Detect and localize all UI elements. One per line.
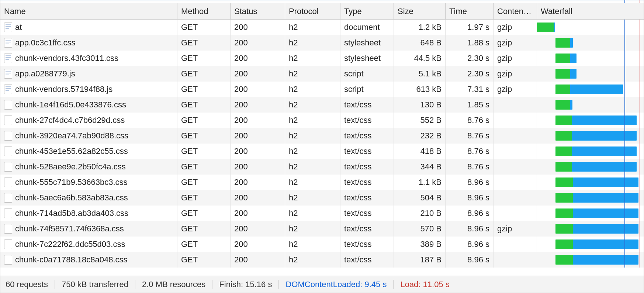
waterfall-download-segment: [572, 116, 637, 125]
cell-waterfall[interactable]: [537, 113, 644, 128]
column-header-protocol[interactable]: Protocol: [285, 3, 340, 19]
column-header-content-encoding[interactable]: Conten…: [494, 3, 537, 19]
cell-waterfall[interactable]: [537, 159, 644, 175]
cell-name[interactable]: chunk-714ad5b8.ab3da403.css: [0, 206, 177, 221]
cell-name[interactable]: app.a0288779.js: [0, 66, 177, 82]
cell-name[interactable]: chunk-vendors.57194f88.js: [0, 82, 177, 97]
column-header-method[interactable]: Method: [177, 3, 231, 19]
cell-size: 504 B: [394, 190, 446, 206]
table-row[interactable]: chunk-7c222f62.ddc55d03.cssGET200h2text/…: [0, 237, 644, 252]
cell-status: 200: [231, 66, 285, 82]
table-row[interactable]: chunk-vendors.57194f88.jsGET200h2script6…: [0, 82, 644, 97]
cell-name[interactable]: at: [0, 20, 177, 35]
table-row[interactable]: chunk-c0a71788.18c8a048.cssGET200h2text/…: [0, 252, 644, 268]
cell-name[interactable]: app.0c3c1ffc.css: [0, 35, 177, 51]
table-row[interactable]: chunk-27cf4dc4.c7b6d29d.cssGET200h2text/…: [0, 113, 644, 128]
column-header-time[interactable]: Time: [446, 3, 494, 19]
table-row[interactable]: chunk-3920ea74.7ab90d88.cssGET200h2text/…: [0, 128, 644, 144]
cell-name[interactable]: chunk-453e1e55.62a82c55.css: [0, 144, 177, 159]
waterfall-bar[interactable]: [555, 54, 577, 63]
cell-name[interactable]: chunk-1e4f16d5.0e433876.css: [0, 97, 177, 113]
waterfall-bar[interactable]: [555, 100, 572, 110]
cell-name[interactable]: chunk-vendors.43fc3011.css: [0, 51, 177, 66]
cell-name[interactable]: chunk-555c71b9.53663bc3.css: [0, 175, 177, 190]
cell-type: text/css: [340, 97, 394, 113]
waterfall-bar[interactable]: [555, 177, 638, 187]
cell-name[interactable]: chunk-5aec6a6b.583ab83a.css: [0, 190, 177, 206]
waterfall-bar[interactable]: [555, 224, 638, 234]
file-icon: [4, 38, 12, 48]
cell-content-encoding: [494, 159, 537, 175]
cell-time: 7.31 s: [446, 82, 494, 97]
dcl-marker-line: [624, 82, 625, 97]
waterfall-bar[interactable]: [555, 239, 638, 249]
cell-size: 210 B: [394, 206, 446, 221]
table-row[interactable]: app.a0288779.jsGET200h2script5.1 kB2.30 …: [0, 66, 644, 82]
load-marker-line: [640, 66, 640, 82]
column-header-status[interactable]: Status: [231, 3, 285, 19]
cell-protocol: h2: [285, 113, 340, 128]
cell-name[interactable]: chunk-3920ea74.7ab90d88.css: [0, 128, 177, 144]
table-row[interactable]: app.0c3c1ffc.cssGET200h2stylesheet648 B1…: [0, 35, 644, 51]
table-row[interactable]: chunk-453e1e55.62a82c55.cssGET200h2text/…: [0, 144, 644, 159]
waterfall-bar[interactable]: [555, 193, 638, 203]
cell-protocol: h2: [285, 252, 340, 268]
table-row[interactable]: chunk-1e4f16d5.0e433876.cssGET200h2text/…: [0, 97, 644, 113]
column-header-type[interactable]: Type: [340, 3, 394, 19]
cell-waterfall[interactable]: [537, 97, 644, 113]
table-row[interactable]: atGET200h2document1.2 kB1.97 sgzip: [0, 20, 644, 35]
cell-content-encoding: gzip: [494, 35, 537, 51]
cell-name[interactable]: chunk-74f58571.74f6368a.css: [0, 221, 177, 237]
table-row[interactable]: chunk-74f58571.74f6368a.cssGET200h2text/…: [0, 221, 644, 237]
waterfall-bar[interactable]: [555, 69, 577, 79]
column-header-waterfall[interactable]: Waterfall: [537, 3, 644, 19]
timeline-overview[interactable]: [0, 0, 644, 3]
status-finish: Finish: 15.16 s: [212, 280, 279, 289]
table-row[interactable]: chunk-5aec6a6b.583ab83a.cssGET200h2text/…: [0, 190, 644, 206]
table-row[interactable]: chunk-528aee9e.2b50fc4a.cssGET200h2text/…: [0, 159, 644, 175]
file-icon: [4, 146, 12, 156]
cell-waterfall[interactable]: [537, 35, 644, 51]
cell-waterfall[interactable]: [537, 237, 644, 252]
cell-waterfall[interactable]: [537, 144, 644, 159]
table-row[interactable]: chunk-555c71b9.53663bc3.cssGET200h2text/…: [0, 175, 644, 190]
cell-name[interactable]: chunk-27cf4dc4.c7b6d29d.css: [0, 113, 177, 128]
waterfall-bar[interactable]: [555, 85, 623, 94]
cell-waterfall[interactable]: [537, 252, 644, 268]
cell-name[interactable]: chunk-7c222f62.ddc55d03.css: [0, 237, 177, 252]
cell-waterfall[interactable]: [537, 128, 644, 144]
cell-waterfall[interactable]: [537, 175, 644, 190]
table-row[interactable]: chunk-714ad5b8.ab3da403.cssGET200h2text/…: [0, 206, 644, 221]
column-header-name[interactable]: Name: [0, 3, 177, 19]
cell-method: GET: [177, 159, 231, 175]
cell-waterfall[interactable]: [537, 190, 644, 206]
waterfall-bar[interactable]: [555, 208, 638, 218]
cell-waterfall[interactable]: [537, 51, 644, 66]
table-row[interactable]: chunk-vendors.43fc3011.cssGET200h2styles…: [0, 51, 644, 66]
waterfall-canvas: [537, 206, 644, 221]
waterfall-bar[interactable]: [537, 23, 555, 32]
request-name: chunk-3920ea74.7ab90d88.css: [15, 131, 128, 141]
waterfall-bar[interactable]: [555, 255, 638, 265]
waterfall-bar[interactable]: [555, 38, 573, 48]
cell-waterfall[interactable]: [537, 206, 644, 221]
cell-type: stylesheet: [340, 35, 394, 51]
cell-waterfall[interactable]: [537, 82, 644, 97]
load-marker-line: [640, 206, 640, 221]
cell-waterfall[interactable]: [537, 221, 644, 237]
load-overview-marker: [640, 0, 640, 3]
status-requests: 60 requests: [6, 280, 55, 289]
network-table-body[interactable]: atGET200h2document1.2 kB1.97 sgzipapp.0c…: [0, 20, 644, 276]
column-label: Method: [181, 7, 208, 16]
dcl-marker-line: [624, 144, 625, 159]
column-header-size[interactable]: Size: [394, 3, 446, 19]
cell-size: 570 B: [394, 221, 446, 237]
cell-protocol: h2: [285, 159, 340, 175]
dcl-marker-line: [624, 159, 625, 175]
cell-name[interactable]: chunk-528aee9e.2b50fc4a.css: [0, 159, 177, 175]
column-label: Conten…: [497, 7, 532, 16]
cell-protocol: h2: [285, 221, 340, 237]
cell-waterfall[interactable]: [537, 66, 644, 82]
cell-name[interactable]: chunk-c0a71788.18c8a048.css: [0, 252, 177, 268]
cell-waterfall[interactable]: [537, 20, 644, 35]
